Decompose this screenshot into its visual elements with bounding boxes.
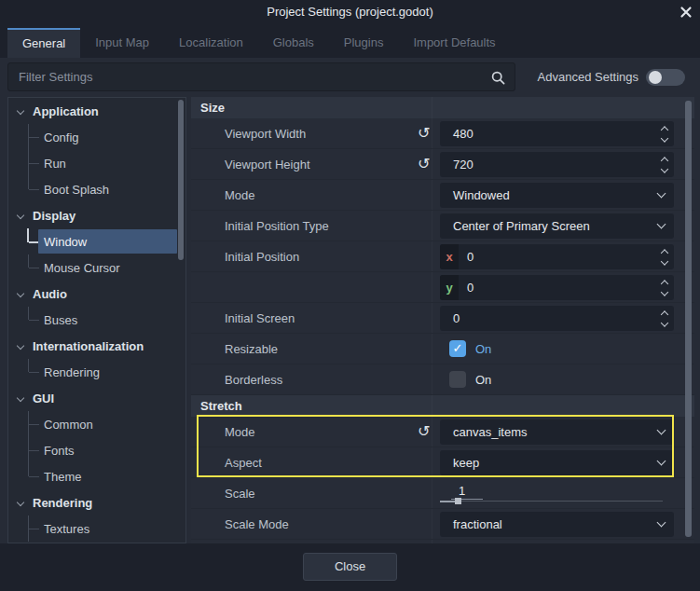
initial-screen-field[interactable]: 0 (440, 306, 674, 331)
sidebar-item-display[interactable]: Display (8, 202, 185, 228)
viewport-width-field[interactable]: 480 (440, 121, 674, 146)
chevron-down-icon (657, 189, 666, 199)
property-label: Mode (225, 180, 255, 211)
sidebar-item-theme[interactable]: Theme (8, 463, 185, 489)
panel-scrollbar[interactable] (685, 101, 692, 537)
tab-general[interactable]: General (7, 28, 80, 58)
property-label: Scale Mode (225, 509, 289, 540)
toggle-knob-icon (649, 71, 662, 84)
close-icon[interactable] (679, 5, 693, 20)
row-viewport-height: Viewport Height ↺ 720 (191, 149, 694, 180)
sidebar-item-textures[interactable]: Textures (8, 515, 185, 542)
sidebar-item-mouse-cursor[interactable]: Mouse Cursor (8, 254, 185, 281)
resizable-checkbox[interactable]: ✓ (449, 340, 466, 357)
tree-line (28, 254, 40, 281)
tree-line (28, 307, 40, 333)
filter-settings-field[interactable] (7, 62, 515, 91)
advanced-settings-toggle[interactable] (646, 69, 685, 86)
revert-icon[interactable]: ↺ (418, 424, 430, 439)
property-label: Initial Position (225, 241, 299, 272)
initial-position-y-field[interactable]: y 0 (440, 275, 674, 300)
tab-input-map[interactable]: Input Map (80, 28, 164, 58)
spinner-icon[interactable] (662, 281, 667, 295)
tab-plugins[interactable]: Plugins (329, 28, 399, 58)
tree-line (28, 359, 40, 385)
property-label: Initial Screen (225, 303, 295, 334)
chevron-down-icon (17, 290, 24, 297)
chevron-down-icon (17, 107, 24, 115)
tab-globals[interactable]: Globals (258, 28, 329, 58)
mode-dropdown[interactable]: Windowed (440, 183, 674, 208)
sidebar-item-rendering[interactable]: Rendering (8, 489, 185, 515)
property-label: Initial Position Type (225, 211, 329, 241)
revert-icon[interactable]: ↺ (418, 157, 430, 172)
initial-position-x-field[interactable]: x 0 (440, 244, 674, 269)
sidebar-item-run[interactable]: Run (8, 150, 185, 176)
sidebar-item-fonts[interactable]: Fonts (8, 437, 185, 463)
slider-track (440, 501, 663, 502)
row-stretch-aspect: Aspect keep (191, 447, 694, 478)
search-icon (491, 71, 505, 88)
sidebar-item-audio[interactable]: Audio (8, 281, 185, 307)
sidebar-item-window[interactable]: Window (8, 228, 185, 254)
sidebar-item-intl-rendering[interactable]: Rendering (8, 359, 185, 385)
tab-import-defaults[interactable]: Import Defaults (398, 28, 510, 58)
chevron-down-icon (657, 426, 666, 435)
row-viewport-width: Viewport Width ↺ 480 (191, 118, 694, 149)
row-initial-screen: Initial Screen 0 (191, 303, 694, 334)
borderless-checkbox[interactable] (449, 371, 466, 388)
revert-icon[interactable]: ↺ (418, 126, 430, 141)
property-label: Viewport Width (225, 118, 306, 149)
checkbox-state-label: On (475, 337, 491, 362)
stretch-aspect-dropdown[interactable]: keep (440, 450, 674, 475)
property-label: Scale (225, 478, 255, 509)
initial-position-type-dropdown[interactable]: Center of Primary Screen (440, 213, 674, 239)
y-component-badge: y (440, 275, 459, 300)
section-header-size: Size (191, 97, 694, 118)
tree-line (28, 437, 40, 463)
row-borderless: Borderless On (191, 364, 694, 395)
tab-bar: General Input Map Localization Globals P… (0, 24, 700, 58)
filter-settings-input[interactable] (8, 63, 515, 90)
tree-line (28, 515, 40, 542)
chevron-down-icon (17, 499, 24, 506)
advanced-settings-label: Advanced Settings (538, 58, 638, 97)
stretch-mode-dropdown[interactable]: canvas_items (440, 419, 674, 445)
scale-slider[interactable] (440, 497, 663, 504)
section-header-stretch: Stretch (191, 395, 694, 417)
sidebar-item-boot-splash[interactable]: Boot Splash (8, 176, 185, 202)
sidebar-item-gui[interactable]: GUI (8, 385, 185, 411)
close-button[interactable]: Close (303, 553, 397, 581)
sidebar-item-config[interactable]: Config (8, 124, 185, 150)
chevron-down-icon (17, 394, 24, 402)
viewport-height-field[interactable]: 720 (440, 152, 674, 177)
sidebar-item-buses[interactable]: Buses (8, 307, 185, 333)
row-resizable: Resizable ✓ On (191, 334, 694, 364)
spinner-icon[interactable] (662, 250, 667, 264)
property-label: Aspect (225, 447, 262, 478)
tree-line (28, 411, 40, 437)
titlebar: Project Settings (project.godot) (0, 0, 700, 24)
sidebar-scrollbar[interactable] (178, 100, 184, 260)
settings-panel: Size Viewport Width ↺ 480 Viewport Heigh… (191, 97, 694, 543)
spinner-icon[interactable] (662, 127, 667, 141)
check-icon: ✓ (453, 341, 463, 355)
property-label: Viewport Height (225, 149, 310, 180)
tree-line (28, 176, 40, 202)
sidebar-item-application[interactable]: Application (8, 98, 185, 124)
property-label: Borderless (225, 364, 282, 395)
sidebar-item-common[interactable]: Common (8, 411, 185, 437)
spinner-icon[interactable] (662, 311, 667, 325)
property-label: Resizable (225, 334, 278, 364)
chevron-down-icon (657, 457, 666, 466)
tab-localization[interactable]: Localization (164, 28, 258, 58)
spinner-icon[interactable] (662, 158, 667, 172)
row-stretch-scale: Scale 1 (191, 478, 694, 509)
dialog-title: Project Settings (project.godot) (0, 0, 700, 24)
property-label: Mode (225, 417, 255, 447)
row-initial-position-x: Initial Position x 0 (191, 241, 694, 272)
sidebar-item-internationalization[interactable]: Internationalization (8, 333, 185, 359)
slider-knob[interactable] (455, 498, 461, 504)
filter-row: Advanced Settings (0, 58, 700, 97)
scale-mode-dropdown[interactable]: fractional (440, 512, 674, 537)
